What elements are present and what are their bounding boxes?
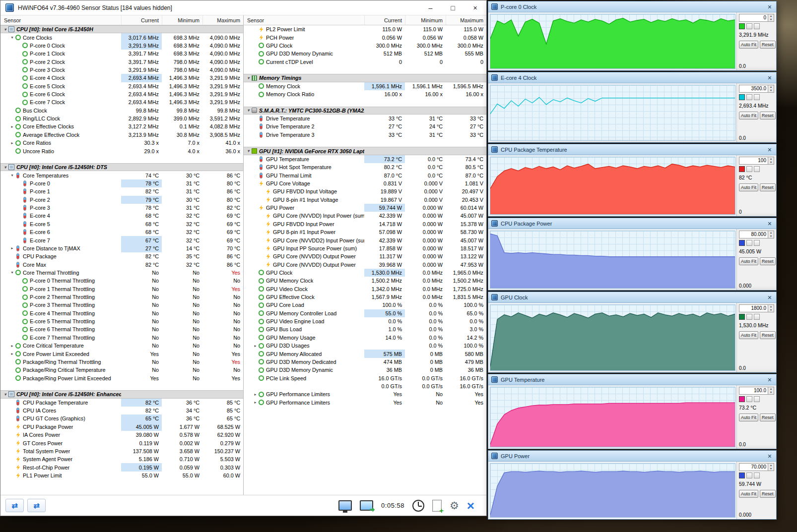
sensor-row[interactable]: GPU D3D Memory Dynamic512 MB512 MB555 MB	[244, 50, 486, 58]
series-color-chip[interactable]	[739, 23, 745, 29]
series-color-chip[interactable]	[739, 473, 745, 478]
sensor-row[interactable]: GPU Clock300.0 MHz300.0 MHz300.0 MHz	[244, 42, 486, 50]
settings-gear-icon[interactable]: ⚙	[450, 500, 459, 511]
collapse-arrow-icon[interactable]: ▾	[9, 173, 15, 177]
collapse-arrow-icon[interactable]: ▾	[2, 165, 8, 170]
column-maximum[interactable]: Maximum	[202, 15, 243, 25]
sensor-row[interactable]: ▸Core Effective Clocks3,127.2 MHz0.1 MHz…	[0, 122, 243, 130]
font-button[interactable]	[754, 240, 760, 246]
sensor-row[interactable]: System Agent Power5.186 W0.710 W5.503 W	[0, 455, 243, 463]
series-color-chip[interactable]	[739, 314, 745, 320]
font-button[interactable]	[754, 396, 760, 402]
color-picker-button[interactable]	[746, 314, 752, 320]
sensor-row[interactable]: E-core 4 Thermal ThrottlingNoNoNo	[0, 309, 243, 317]
collapse-arrow-icon[interactable]: ▾	[2, 392, 8, 397]
minimize-button[interactable]: –	[419, 0, 442, 15]
sensor-row[interactable]: GPU Core Load100.0 %0.0 %100.0 %	[244, 301, 486, 309]
color-picker-button[interactable]	[746, 240, 752, 246]
sensor-row[interactable]: Drive Temperature33 °C31 °C33 °C	[244, 115, 486, 122]
color-picker-button[interactable]	[746, 166, 752, 172]
sensor-display-icon[interactable]	[360, 500, 373, 511]
sensor-row[interactable]: ▸Core Distance to TjMAX27 °C14 °C70 °C	[0, 244, 243, 252]
scale-max-input[interactable]: 100.0	[739, 387, 768, 395]
sensor-row[interactable]: GPU Thermal Limit87.0 °C0.0 °C87.0 °C	[244, 171, 486, 179]
sensor-row[interactable]: GPU FBVDD Input Voltage19.889 V0.000 V20…	[244, 187, 486, 195]
sensor-row[interactable]: PCH Power0.056 W0.056 W0.058 W	[244, 33, 486, 41]
sensor-row[interactable]: P-core 0 Clock3,291.9 MHz698.3 MHz4,090.…	[0, 42, 243, 50]
sensor-row[interactable]: GPU D3D Memory Dynamic36 MB0 MB36 MB	[244, 366, 486, 374]
column-minimum[interactable]: Minimum	[405, 15, 446, 25]
sensor-row[interactable]: GPU Bus Load1.0 %0.0 %3.0 %	[244, 325, 486, 333]
sensor-row[interactable]: GPU Memory Allocated575 MB0 MB580 MB	[244, 350, 486, 357]
close-icon[interactable]: ×	[766, 453, 773, 460]
expand-arrow-icon[interactable]: ▸	[9, 344, 15, 348]
sensor-row[interactable]: E-core 5 Clock2,693.4 MHz1,496.3 MHz3,29…	[0, 82, 243, 90]
sensor-row[interactable]: GPU Input PP Source Power (sum)17.858 W0…	[244, 244, 486, 252]
sensor-row[interactable]: Memory Clock Ratio16.00 x16.00 x16.00 x	[244, 90, 486, 98]
sensor-row[interactable]: GPU Video Clock1,342.0 MHz0.0 MHz1,725.0…	[244, 285, 486, 293]
close-icon[interactable]: ×	[766, 74, 773, 81]
reset-button[interactable]: Reset	[760, 414, 776, 421]
font-button[interactable]	[754, 23, 760, 29]
sensor-row[interactable]: GPU 8-pin #1 Input Voltage19.867 V0.000 …	[244, 196, 486, 204]
expand-arrow-icon[interactable]: ▸	[9, 124, 15, 129]
expand-arrow-icon[interactable]: ▸	[253, 400, 258, 405]
sensor-row[interactable]: GPU Video Engine Load0.0 %0.0 %0.0 %	[244, 317, 486, 325]
sensor-row[interactable]: Uncore Ratio29.0 x4.0 x36.0 x	[0, 147, 243, 155]
sensor-row[interactable]: GPU Core (NVVDD2) Input Power (sum)42.33…	[244, 236, 486, 244]
sensor-row[interactable]: GT Cores Power0.119 W0.002 W0.279 W	[0, 439, 243, 447]
column-header-middle[interactable]: Sensor Current Minimum Maximum	[244, 15, 486, 25]
collapse-arrow-icon[interactable]: ▾	[246, 76, 251, 80]
sensor-row[interactable]: GPU Core (NVVDD) Output Power39.968 W0.0…	[244, 260, 486, 268]
sensor-row[interactable]: ▾Core Thermal ThrottlingNoNoYes	[0, 269, 243, 277]
graph-titlebar[interactable]: CPU Package Power×	[488, 218, 776, 229]
sensor-row[interactable]: P-core 1 Thermal ThrottlingNoNoYes	[0, 285, 243, 293]
clock-icon[interactable]	[412, 500, 424, 512]
sensor-section-row[interactable]: ▾S.M.A.R.T.: YMTC PC300-512GB-B (YMA2...	[244, 107, 486, 115]
sensor-row[interactable]: GPU FBVDD Input Power14.718 W0.000 W15.3…	[244, 220, 486, 228]
spinner-icon[interactable]: ▴▾	[768, 14, 774, 22]
expand-arrow-icon[interactable]: ▸	[9, 141, 15, 145]
series-color-chip[interactable]	[739, 240, 745, 246]
spinner-icon[interactable]: ▴▾	[768, 157, 774, 165]
sensor-row[interactable]: Package/Ring Thermal ThrottlingNoNoYes	[0, 358, 243, 366]
collapse-arrow-icon[interactable]: ▾	[246, 108, 251, 113]
spinner-icon[interactable]: ▴▾	[768, 231, 774, 238]
column-maximum[interactable]: Maximum	[446, 15, 486, 25]
sensor-row[interactable]: GPU Memory Controller Load55.0 %0.0 %65.…	[244, 309, 486, 317]
scale-max-input[interactable]: 80.000	[739, 231, 768, 238]
sensor-row[interactable]: P-core 2 Clock3,391.7 MHz798.0 MHz4,090.…	[0, 58, 243, 65]
sensor-row[interactable]: GPU Clock1,530.0 MHz0.0 MHz1,965.0 MHz	[244, 269, 486, 277]
scale-max-input[interactable]: 0	[739, 14, 768, 22]
column-sensor[interactable]: Sensor	[244, 17, 364, 23]
column-current[interactable]: Current	[364, 15, 405, 25]
sensor-row[interactable]: CPU Package82 °C35 °C86 °C	[0, 252, 243, 260]
system-summary-icon[interactable]	[338, 500, 352, 511]
sensor-row[interactable]: GPU Effective Clock1,567.9 MHz0.0 MHz1,8…	[244, 293, 486, 301]
sensor-row[interactable]: ▸Core Critical TemperatureNoNoNo	[0, 342, 243, 350]
graph-titlebar[interactable]: GPU Clock×	[488, 292, 776, 303]
column-current[interactable]: Current	[121, 15, 162, 25]
graph-titlebar[interactable]: P-core 0 Clock×	[488, 1, 776, 12]
close-button[interactable]: ×	[464, 0, 486, 15]
sensor-row[interactable]: Ring/LLC Clock2,892.9 MHz399.0 MHz3,591.…	[0, 115, 243, 122]
sensor-row[interactable]: CPU IA Cores82 °C34 °C85 °C	[0, 407, 243, 414]
swap-columns-right-button[interactable]: ⇄	[27, 499, 46, 512]
reset-button[interactable]: Reset	[760, 41, 776, 49]
sensor-row[interactable]: GPU D3D Memory Dedicated474 MB0 MB479 MB	[244, 358, 486, 366]
sensor-row[interactable]: E-core 6 Clock2,693.4 MHz1,496.3 MHz3,29…	[0, 90, 243, 98]
sensor-row[interactable]: GPU Memory Clock1,500.2 MHz0.0 MHz1,500.…	[244, 277, 486, 285]
sensor-section-row[interactable]: ▾GPU [#1]: NVIDIA GeForce RTX 3050 Lapt.…	[244, 147, 486, 155]
sensor-row[interactable]: ▸GPU D3D Usages0.0 %100.0 %	[244, 342, 486, 350]
spinner-icon[interactable]: ▴▾	[768, 463, 774, 471]
sensor-row[interactable]: PL2 Power Limit115.0 W115.0 W115.0 W	[244, 25, 486, 33]
graph-titlebar[interactable]: GPU Power×	[488, 451, 776, 462]
sensor-row[interactable]: Rest-of-Chip Power0.195 W0.059 W0.303 W	[0, 463, 243, 471]
close-sensors-icon[interactable]: ×	[467, 499, 474, 512]
sensor-row[interactable]: E-core 7 Thermal ThrottlingNoNoNo	[0, 334, 243, 342]
maximize-button[interactable]: □	[442, 0, 464, 15]
sensor-row[interactable]: GPU Temperature73.2 °C0.0 °C73.4 °C	[244, 155, 486, 163]
color-picker-button[interactable]	[746, 473, 752, 478]
sensor-row[interactable]: E-core 5 Thermal ThrottlingNoNoNo	[0, 317, 243, 325]
scale-max-input[interactable]: 100	[739, 157, 768, 165]
